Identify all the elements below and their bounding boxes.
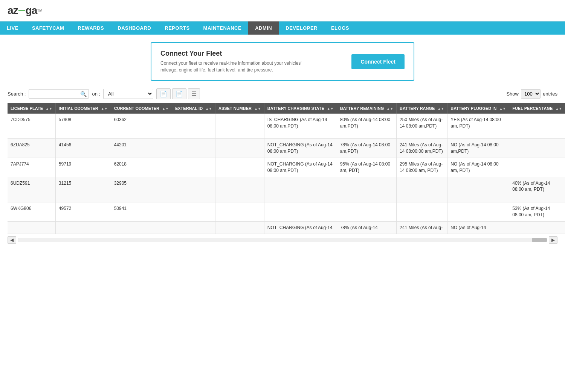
nav-item-maintenance[interactable]: MAINTENANCE — [197, 21, 249, 35]
banner-content: Connect Your Fleet Connect your fleet to… — [160, 50, 319, 73]
nav-item-dashboard[interactable]: DASHBOARD — [111, 21, 158, 35]
logo-text: azga — [8, 5, 37, 17]
table-controls: Search : 🔍 on : All License Plate Asset … — [0, 85, 565, 103]
col-current-odometer[interactable]: CURRENT ODOMETER ▲▼ — [111, 103, 172, 114]
logo-tm: TM — [37, 9, 42, 13]
cell-current_odometer: 32905 — [111, 177, 172, 202]
cell-battery_range: 241 Miles (As of Aug-14 08:00:00 am,PDT) — [397, 139, 447, 158]
nav-item-developer[interactable]: DEVELOPER — [279, 21, 324, 35]
banner-box: Connect Your Fleet Connect your fleet to… — [151, 42, 414, 81]
cell-initial_odometer: 57908 — [55, 114, 111, 139]
cell-battery_charging_state: IS_CHARGING (As of Aug-14 08:00 am,PDT) — [264, 114, 337, 139]
show-label: Show — [506, 91, 519, 97]
cell-battery_remaining: 78% (As of Aug-14 08:00 am,PDT) — [337, 139, 396, 158]
top-header: azgaTM — [0, 0, 565, 21]
col-battery-range[interactable]: BATTERY RANGE ▲▼ — [397, 103, 447, 114]
banner-title: Connect Your Fleet — [160, 50, 319, 58]
scroll-right-button[interactable]: ▶ — [549, 236, 557, 244]
cell-initial_odometer: 31215 — [55, 177, 111, 202]
cell-battery_remaining: 95% (As of Aug-14 08:00 am, PDT) — [337, 158, 396, 177]
cell-license_plate: 7CDD575 — [8, 114, 55, 139]
col-license-plate[interactable]: LICENSE PLATE ▲▼ — [8, 103, 55, 114]
cell-external_id — [172, 177, 215, 202]
excel-export-button[interactable]: 📄 — [172, 88, 186, 99]
table-row: 6WKG806495725094153% (As of Aug-14 08:00… — [8, 202, 565, 221]
search-input[interactable] — [29, 89, 89, 99]
cell-asset_number — [215, 139, 264, 158]
col-battery-remaining[interactable]: BATTERY REMAINING ▲▼ — [337, 103, 396, 114]
cell-asset_number — [215, 158, 264, 177]
search-input-wrap: 🔍 — [29, 89, 89, 99]
table-row: 7CDD5755790860362IS_CHARGING (As of Aug-… — [8, 114, 565, 139]
col-battery-charging-state[interactable]: BATTERY CHARGING STATE ▲▼ — [264, 103, 337, 114]
scroll-left-button[interactable]: ◀ — [8, 236, 16, 244]
cell-fuel_percentage: 53% (As of Aug-14 08:00 am, PDT) — [509, 202, 565, 221]
search-area: Search : 🔍 on : All License Plate Asset … — [8, 88, 200, 99]
table-row: 7APJ7745971962018NOT_CHARGING (As of Aug… — [8, 158, 565, 177]
cell-battery_charging_state: NOT_CHARGING (As of Aug-14 08:00 am,PDT) — [264, 158, 337, 177]
cell-asset_number — [215, 114, 264, 139]
cell-battery_remaining: 80% (As of Aug-14 08:00 am,PDT) — [337, 114, 396, 139]
table-wrap: LICENSE PLATE ▲▼ INITIAL ODOMETER ▲▼ CUR… — [0, 103, 565, 234]
cell-battery_plugged_in — [447, 202, 509, 221]
bottom-bar: ◀ ▶ — [0, 234, 565, 246]
cell-fuel_percentage — [509, 139, 565, 158]
cell-external_id — [172, 202, 215, 221]
connect-fleet-button[interactable]: Connect Fleet — [351, 54, 405, 69]
cell-battery_remaining — [337, 177, 396, 202]
cell-current_odometer — [111, 221, 172, 234]
cell-current_odometer: 44201 — [111, 139, 172, 158]
cell-current_odometer: 60362 — [111, 114, 172, 139]
nav-item-elogs[interactable]: ELOGS — [324, 21, 356, 35]
on-select[interactable]: All License Plate Asset Number External … — [103, 89, 153, 99]
search-icon-button[interactable]: 🔍 — [80, 91, 87, 97]
scrollbar-track — [18, 238, 547, 242]
banner-area: Connect Your Fleet Connect your fleet to… — [0, 35, 565, 85]
cell-battery_charging_state — [264, 177, 337, 202]
nav-item-safetycam[interactable]: SAFETYCAM — [25, 21, 71, 35]
nav-item-admin[interactable]: ADMIN — [248, 21, 279, 35]
nav-item-rewards[interactable]: REWARDS — [71, 21, 111, 35]
col-asset-number[interactable]: ASSET NUMBER ▲▼ — [215, 103, 264, 114]
cell-license_plate: 7APJ774 — [8, 158, 55, 177]
pdf-export-button[interactable]: 📄 — [156, 88, 171, 99]
cell-battery_range — [397, 177, 447, 202]
cell-external_id — [172, 221, 215, 234]
scrollbar-thumb — [532, 238, 547, 242]
nav-item-reports[interactable]: REPORTS — [158, 21, 196, 35]
col-external-id[interactable]: EXTERNAL ID ▲▼ — [172, 103, 215, 114]
cell-asset_number — [215, 177, 264, 202]
cell-battery_charging_state: NOT_CHARGING (As of Aug-14 08:00 am,PDT) — [264, 139, 337, 158]
nav-item-live[interactable]: LIVE — [0, 21, 25, 35]
banner-description: Connect your fleet to receive real-time … — [160, 60, 319, 73]
cell-battery_plugged_in — [447, 177, 509, 202]
show-select[interactable]: 10 25 50 100 — [521, 89, 541, 99]
cell-license_plate: 6WKG806 — [8, 202, 55, 221]
col-initial-odometer[interactable]: INITIAL ODOMETER ▲▼ — [55, 103, 111, 114]
icon-buttons: 📄 📄 ☰ — [156, 88, 200, 99]
cell-battery_remaining: 78% (As of Aug-14 — [337, 221, 396, 234]
col-battery-plugged-in[interactable]: BATTERY PLUGGED IN ▲▼ — [447, 103, 509, 114]
cell-initial_odometer: 41456 — [55, 139, 111, 158]
nav-bar: LIVE SAFETYCAM REWARDS DASHBOARD REPORTS… — [0, 21, 565, 35]
column-toggle-button[interactable]: ☰ — [188, 88, 200, 99]
cell-battery_charging_state: NOT_CHARGING (As of Aug-14 — [264, 221, 337, 234]
on-label: on : — [92, 91, 100, 97]
cell-fuel_percentage — [509, 114, 565, 139]
table-header-row: LICENSE PLATE ▲▼ INITIAL ODOMETER ▲▼ CUR… — [8, 103, 565, 114]
cell-battery_range: 295 Miles (As of Aug-14 08:00 am, PDT) — [397, 158, 447, 177]
cell-external_id — [172, 114, 215, 139]
cell-battery_range — [397, 202, 447, 221]
cell-current_odometer: 50941 — [111, 202, 172, 221]
fleet-table: LICENSE PLATE ▲▼ INITIAL ODOMETER ▲▼ CUR… — [8, 103, 565, 234]
entries-label: entries — [543, 91, 557, 97]
cell-license_plate: 6UDZ591 — [8, 177, 55, 202]
search-label: Search : — [8, 91, 26, 97]
table-row: NOT_CHARGING (As of Aug-1478% (As of Aug… — [8, 221, 565, 234]
cell-asset_number — [215, 221, 264, 234]
col-fuel-percentage[interactable]: FUEL PERCENTAGE ▲▼ — [509, 103, 565, 114]
cell-asset_number — [215, 202, 264, 221]
cell-fuel_percentage: 40% (As of Aug-14 08:00 am, PDT) — [509, 177, 565, 202]
show-area: Show 10 25 50 100 entries — [506, 89, 557, 99]
cell-battery_plugged_in: NO (As of Aug-14 08:00 am, PDT) — [447, 158, 509, 177]
